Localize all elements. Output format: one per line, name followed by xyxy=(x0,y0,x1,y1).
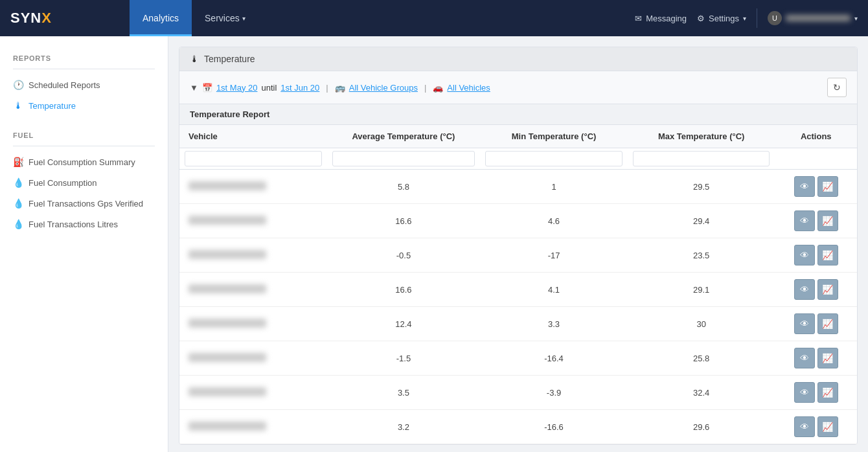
view-button-3[interactable]: 👁 xyxy=(794,279,815,300)
eye-icon: 👁 xyxy=(800,353,809,363)
chart-button-3[interactable]: 📈 xyxy=(817,279,838,300)
settings-chevron-icon: ▾ xyxy=(743,15,746,22)
filter-input-col-3[interactable] xyxy=(633,151,770,166)
eye-icon: 👁 xyxy=(800,387,809,398)
view-button-4[interactable]: 👁 xyxy=(794,313,815,334)
main-header: SYNX Analytics Services ▾ ✉ Messaging ⚙ … xyxy=(0,0,868,36)
max-temp-cell-3: 29.1 xyxy=(628,273,775,307)
sidebar-item-fuel-consumption[interactable]: 💧 Fuel Consumption xyxy=(0,172,168,193)
avg-temp-cell-3: 16.6 xyxy=(327,273,481,307)
fuel-summary-icon: ⛽ xyxy=(13,157,23,167)
chart-button-4[interactable]: 📈 xyxy=(817,313,838,334)
chart-icon: 📈 xyxy=(822,181,833,192)
min-temp-cell-4: 3.3 xyxy=(480,307,628,341)
eye-icon: 👁 xyxy=(800,181,809,192)
vehicle-cell-0 xyxy=(179,170,327,204)
min-temp-cell-7: -16.6 xyxy=(480,410,628,444)
col-actions: Actions xyxy=(775,125,857,148)
main-nav: Analytics Services ▾ xyxy=(130,0,635,36)
col-min-temp: Min Temperature (°C) xyxy=(480,125,628,148)
view-button-5[interactable]: 👁 xyxy=(794,348,815,368)
table-section-title: Temperature Report xyxy=(179,104,857,125)
chart-button-1[interactable]: 📈 xyxy=(817,210,838,231)
filter-sep-2: | xyxy=(424,83,426,93)
user-avatar: U xyxy=(768,11,782,25)
filter-icon: ▼ xyxy=(190,83,198,93)
mail-icon: ✉ xyxy=(635,14,642,23)
sidebar-item-fuel-consumption-summary[interactable]: ⛽ Fuel Consumption Summary xyxy=(0,152,168,172)
vehicle-cell-1 xyxy=(179,204,327,238)
messaging-nav-item[interactable]: ✉ Messaging xyxy=(635,14,687,23)
table-row: 16.64.629.4👁📈 xyxy=(179,204,857,238)
table-row: 3.2-16.629.6👁📈 xyxy=(179,410,857,444)
calendar-icon: 📅 xyxy=(202,83,212,93)
refresh-icon: ↻ xyxy=(833,82,841,93)
actions-cell-4: 👁📈 xyxy=(775,307,857,341)
chart-icon: 📈 xyxy=(822,387,833,398)
min-temp-cell-6: -3.9 xyxy=(480,376,628,410)
filter-date-from[interactable]: 1st May 20 xyxy=(216,83,258,93)
user-menu[interactable]: U ▾ xyxy=(768,11,858,25)
sidebar-item-scheduled-reports[interactable]: 🕐 Scheduled Reports xyxy=(0,74,168,95)
fuel-litres-icon: 💧 xyxy=(13,219,23,229)
sidebar-item-fuel-transactions-litres[interactable]: 💧 Fuel Transactions Litres xyxy=(0,214,168,234)
filter-input-col-2[interactable] xyxy=(485,151,622,166)
vehicle-cell-5 xyxy=(179,341,327,376)
chart-button-2[interactable]: 📈 xyxy=(817,245,838,266)
col-max-temp: Max Temperature (°C) xyxy=(628,125,775,148)
max-temp-cell-5: 25.8 xyxy=(628,341,775,376)
thermometer-icon: 🌡 xyxy=(13,100,23,111)
table-row: 16.64.129.1👁📈 xyxy=(179,273,857,307)
avg-temp-cell-2: -0.5 xyxy=(327,238,481,273)
vehicles-icon: 🚗 xyxy=(433,83,443,93)
chart-button-0[interactable]: 📈 xyxy=(817,176,838,197)
chart-button-5[interactable]: 📈 xyxy=(817,348,838,368)
filter-until-text: until xyxy=(261,83,277,93)
table-header-row: Vehicle Average Temperature (°C) Min Tem… xyxy=(179,125,857,148)
fuel-section-title: FUEL xyxy=(0,126,168,143)
filter-date-to[interactable]: 1st Jun 20 xyxy=(280,83,319,93)
chart-button-6[interactable]: 📈 xyxy=(817,382,838,403)
nav-services[interactable]: Services ▾ xyxy=(192,0,258,36)
report-card-header: 🌡 Temperature xyxy=(179,47,857,71)
max-temp-cell-4: 30 xyxy=(628,307,775,341)
filter-vehicles[interactable]: All Vehicles xyxy=(447,83,490,93)
filter-sep-1: | xyxy=(326,83,328,93)
table-filter-row xyxy=(179,148,857,170)
actions-cell-7: 👁📈 xyxy=(775,410,857,444)
nav-analytics[interactable]: Analytics xyxy=(130,0,192,36)
clock-icon: 🕐 xyxy=(13,80,23,90)
view-button-2[interactable]: 👁 xyxy=(794,245,815,266)
refresh-button[interactable]: ↻ xyxy=(827,78,847,97)
filter-vehicle-groups[interactable]: All Vehicle Groups xyxy=(349,83,418,93)
view-button-1[interactable]: 👁 xyxy=(794,210,815,231)
chart-button-7[interactable]: 📈 xyxy=(817,416,838,437)
actions-cell-2: 👁📈 xyxy=(775,238,857,273)
logo: SYNX xyxy=(10,10,52,27)
view-button-0[interactable]: 👁 xyxy=(794,176,815,197)
fuel-gps-icon: 💧 xyxy=(13,198,23,209)
sidebar-item-temperature[interactable]: 🌡 Temperature xyxy=(0,95,168,116)
max-temp-cell-6: 32.4 xyxy=(628,376,775,410)
view-button-6[interactable]: 👁 xyxy=(794,382,815,403)
max-temp-cell-7: 29.6 xyxy=(628,410,775,444)
chart-icon: 📈 xyxy=(822,422,833,432)
user-chevron-icon: ▾ xyxy=(854,15,858,22)
header-right: ✉ Messaging ⚙ Settings ▾ U ▾ xyxy=(635,8,868,28)
sidebar-item-fuel-transactions-gps[interactable]: 💧 Fuel Transactions Gps Verified xyxy=(0,193,168,214)
table-row: -1.5-16.425.8👁📈 xyxy=(179,341,857,376)
settings-nav-item[interactable]: ⚙ Settings ▾ xyxy=(697,14,746,23)
filter-input-col-1[interactable] xyxy=(332,151,475,166)
min-temp-cell-3: 4.1 xyxy=(480,273,628,307)
min-temp-cell-2: -17 xyxy=(480,238,628,273)
table-row: -0.5-1723.5👁📈 xyxy=(179,238,857,273)
gear-icon: ⚙ xyxy=(697,14,705,23)
filter-left: ▼ 📅 1st May 20 until 1st Jun 20 | 🚌 All … xyxy=(190,83,490,93)
chart-icon: 📈 xyxy=(822,319,833,329)
view-button-7[interactable]: 👁 xyxy=(794,416,815,437)
temperature-table: Vehicle Average Temperature (°C) Min Tem… xyxy=(179,125,857,444)
eye-icon: 👁 xyxy=(800,422,809,432)
filter-input-col-0[interactable] xyxy=(185,151,322,166)
avg-temp-cell-7: 3.2 xyxy=(327,410,481,444)
vehicle-cell-7 xyxy=(179,410,327,444)
